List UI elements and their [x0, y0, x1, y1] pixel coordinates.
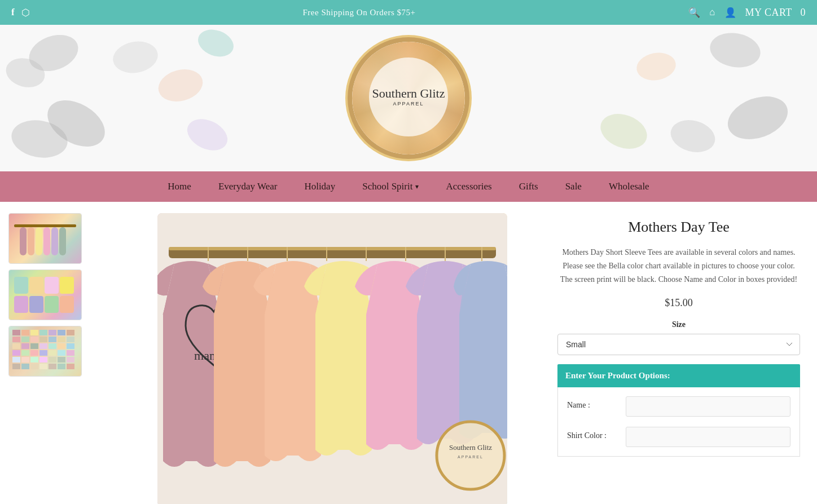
- svg-rect-44: [21, 357, 29, 362]
- svg-rect-39: [39, 350, 47, 356]
- svg-rect-49: [67, 357, 74, 362]
- svg-rect-16: [21, 330, 29, 335]
- thumbnail-1[interactable]: [8, 213, 82, 264]
- size-selector[interactable]: Small Medium Large XL 2XL 3XL: [557, 334, 800, 355]
- thumbnail-2[interactable]: [8, 269, 82, 320]
- color-input[interactable]: [626, 427, 790, 447]
- svg-rect-13: [45, 296, 59, 313]
- options-header: Enter Your Product Options:: [557, 364, 800, 387]
- svg-rect-53: [39, 364, 47, 369]
- svg-rect-19: [49, 330, 56, 335]
- svg-rect-54: [49, 364, 56, 369]
- svg-rect-20: [58, 330, 65, 335]
- social-links[interactable]: f ⬡: [11, 7, 30, 19]
- svg-rect-24: [30, 337, 38, 342]
- logo-apparel-text: APPAREL: [393, 101, 424, 108]
- svg-rect-23: [21, 337, 29, 342]
- svg-rect-55: [58, 364, 65, 369]
- svg-rect-17: [30, 330, 38, 335]
- svg-rect-27: [58, 337, 65, 342]
- svg-text:APPAREL: APPAREL: [458, 455, 484, 459]
- product-image-area: mama: [118, 202, 546, 504]
- search-icon[interactable]: 🔍: [688, 7, 700, 19]
- svg-rect-46: [39, 357, 47, 362]
- product-price: $15.00: [557, 297, 800, 309]
- nav-holiday[interactable]: Holiday: [291, 172, 349, 201]
- instagram-icon[interactable]: ⬡: [21, 7, 30, 19]
- user-icon[interactable]: 👤: [724, 7, 736, 19]
- name-option-row: Name :: [567, 396, 790, 417]
- nav-gifts[interactable]: Gifts: [506, 172, 552, 201]
- svg-rect-47: [49, 357, 56, 362]
- svg-rect-31: [30, 343, 38, 349]
- nav-sale[interactable]: Sale: [552, 172, 595, 201]
- product-description: Mothers Day Short Sleeve Tees are availa…: [557, 246, 800, 286]
- main-product-image: mama: [157, 213, 507, 504]
- svg-rect-51: [21, 364, 29, 369]
- name-input[interactable]: [626, 396, 790, 417]
- svg-rect-10: [60, 277, 74, 294]
- school-spirit-chevron: ▾: [415, 183, 419, 191]
- color-option-row: Shirt Color :: [567, 427, 790, 447]
- cart-label[interactable]: MY CART 0: [745, 7, 806, 19]
- main-content: mama: [0, 202, 817, 504]
- svg-rect-1: [20, 227, 27, 255]
- size-label: Size: [557, 320, 800, 329]
- svg-rect-6: [59, 227, 66, 255]
- home-icon[interactable]: ⌂: [709, 7, 715, 18]
- svg-rect-52: [30, 364, 38, 369]
- svg-rect-5: [51, 227, 58, 255]
- svg-rect-7: [14, 277, 28, 294]
- nav-everyday-wear[interactable]: Everyday Wear: [205, 172, 291, 201]
- svg-rect-56: [67, 364, 74, 369]
- nav-school-spirit[interactable]: School Spirit ▾: [349, 172, 432, 201]
- svg-rect-18: [39, 330, 47, 335]
- svg-rect-2: [28, 227, 34, 255]
- svg-rect-8: [29, 277, 43, 294]
- nav-wholesale[interactable]: Wholesale: [595, 172, 663, 201]
- name-option-label: Name :: [567, 396, 618, 410]
- svg-rect-59: [169, 247, 496, 250]
- svg-rect-38: [30, 350, 38, 356]
- svg-rect-40: [49, 350, 56, 356]
- cart-count: 0: [800, 7, 806, 18]
- product-title: Mothers Day Tee: [557, 219, 800, 236]
- nav-accessories[interactable]: Accessories: [432, 172, 505, 201]
- thumbnail-3[interactable]: [8, 326, 82, 377]
- svg-rect-9: [45, 277, 59, 294]
- svg-rect-3: [36, 227, 42, 255]
- svg-rect-32: [39, 343, 47, 349]
- svg-rect-12: [29, 296, 43, 313]
- svg-rect-34: [58, 343, 65, 349]
- navigation: Home Everyday Wear Holiday School Spirit…: [0, 171, 817, 202]
- svg-rect-36: [12, 350, 20, 356]
- color-option-label: Shirt Color :: [567, 427, 618, 440]
- svg-text:Southern Glitz: Southern Glitz: [449, 443, 492, 452]
- shipping-message: Free Shipping On Orders $75+: [303, 8, 416, 17]
- svg-rect-0: [14, 224, 76, 227]
- svg-rect-11: [14, 296, 28, 313]
- product-details: Mothers Day Tee Mothers Day Short Sleeve…: [546, 202, 817, 504]
- top-bar: f ⬡ Free Shipping On Orders $75+ 🔍 ⌂ 👤 M…: [0, 0, 817, 25]
- svg-rect-42: [67, 350, 74, 356]
- svg-rect-15: [12, 330, 20, 335]
- svg-rect-28: [67, 337, 74, 342]
- options-body: Name : Shirt Color :: [557, 387, 800, 457]
- svg-rect-45: [30, 357, 38, 362]
- svg-rect-30: [21, 343, 29, 349]
- svg-rect-29: [12, 343, 20, 349]
- hero-banner: Southern Glitz APPAREL: [0, 25, 817, 171]
- svg-rect-41: [58, 350, 65, 356]
- facebook-icon[interactable]: f: [11, 7, 15, 18]
- site-logo[interactable]: Southern Glitz APPAREL: [352, 42, 465, 154]
- svg-rect-4: [43, 227, 50, 255]
- svg-rect-43: [12, 357, 20, 362]
- svg-rect-21: [67, 330, 74, 335]
- svg-rect-48: [58, 357, 65, 362]
- product-thumbnails: [0, 202, 118, 504]
- nav-home[interactable]: Home: [154, 172, 205, 201]
- svg-rect-22: [12, 337, 20, 342]
- svg-rect-26: [49, 337, 56, 342]
- top-right-actions: 🔍 ⌂ 👤 MY CART 0: [688, 7, 806, 19]
- svg-rect-50: [12, 364, 20, 369]
